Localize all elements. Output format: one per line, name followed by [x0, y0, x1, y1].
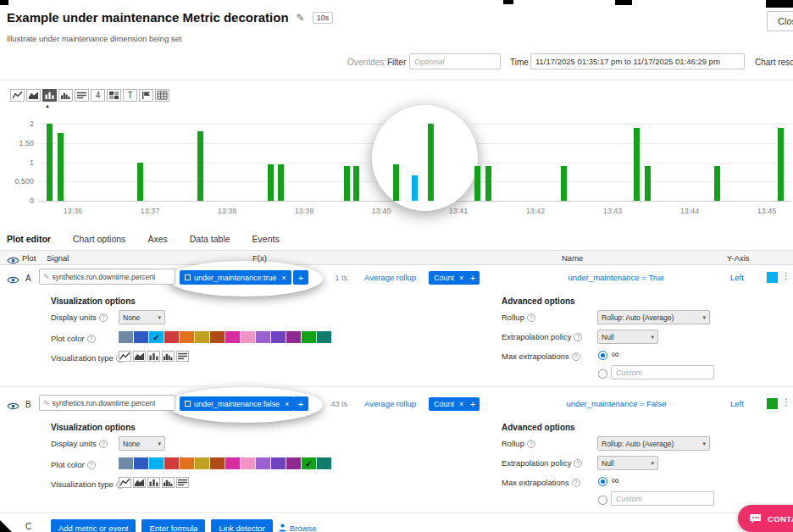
color-swatch[interactable] — [241, 457, 255, 469]
help-icon[interactable]: ? — [99, 440, 108, 448]
tab-events[interactable]: Events — [252, 234, 280, 244]
histogram-icon[interactable] — [58, 89, 73, 102]
help-icon[interactable]: ? — [572, 479, 580, 487]
text-icon[interactable]: T — [123, 89, 137, 102]
custom-extrapolations-input[interactable] — [611, 365, 714, 380]
edit-title-icon[interactable]: ✎ — [297, 12, 305, 24]
browse-link[interactable]: Browse — [279, 524, 317, 532]
plot-color-swatch[interactable] — [767, 398, 778, 409]
help-icon[interactable]: ? — [87, 461, 96, 469]
remove-fx-icon[interactable]: × — [459, 274, 463, 282]
color-swatch[interactable] — [317, 457, 331, 469]
infinity-radio[interactable] — [598, 351, 607, 360]
eye-icon[interactable] — [7, 273, 19, 288]
color-swatch[interactable] — [210, 457, 225, 469]
line-chart-icon[interactable] — [119, 351, 131, 362]
help-icon[interactable]: ? — [574, 333, 582, 341]
signal-input[interactable]: ✎ synthetics.run.downtime.percent — [39, 395, 175, 411]
color-swatch[interactable] — [241, 331, 255, 343]
color-swatch[interactable] — [134, 331, 148, 343]
help-icon[interactable]: ? — [572, 352, 580, 361]
color-swatch[interactable] — [256, 457, 270, 469]
color-swatch[interactable] — [164, 331, 179, 343]
table-icon[interactable] — [155, 89, 169, 102]
line-chart-icon[interactable] — [10, 89, 25, 102]
link-detector-button[interactable]: Link detector — [211, 519, 272, 532]
color-swatch[interactable] — [271, 331, 286, 343]
add-fx-button[interactable]: + — [466, 397, 480, 411]
heatmap-icon[interactable] — [107, 89, 121, 102]
color-swatch[interactable] — [225, 331, 240, 343]
yaxis-link[interactable]: Left — [730, 399, 744, 408]
infinity-radio[interactable] — [598, 477, 607, 486]
filter-input[interactable] — [409, 53, 501, 69]
add-fx-button[interactable]: + — [466, 271, 480, 285]
remove-fx-icon[interactable]: × — [459, 400, 463, 408]
list-icon[interactable] — [75, 89, 89, 102]
area-chart-icon[interactable] — [133, 477, 146, 488]
add-metric-button[interactable]: Add metric or event — [51, 519, 136, 532]
close-button[interactable]: Close — [767, 11, 793, 31]
color-swatch[interactable] — [302, 331, 316, 343]
color-swatch[interactable] — [180, 457, 194, 469]
help-icon[interactable]: ? — [527, 313, 535, 322]
color-swatch[interactable] — [210, 331, 225, 343]
color-swatch[interactable] — [286, 331, 301, 343]
help-icon[interactable]: ? — [87, 335, 96, 343]
display-units-dropdown[interactable]: None▾ — [119, 310, 165, 324]
contact-us-button[interactable]: CONTACT US — [738, 505, 793, 532]
plot-name-link[interactable]: under_maintenance = False — [538, 399, 695, 408]
color-swatch[interactable] — [119, 457, 133, 469]
column-chart-icon[interactable] — [147, 351, 160, 362]
yaxis-link[interactable]: Left — [730, 273, 744, 282]
plot-name-link[interactable]: under_maintenance = True — [538, 273, 695, 282]
color-swatch[interactable] — [286, 457, 301, 469]
remove-filter-icon[interactable]: × — [285, 400, 289, 408]
tab-plot-editor[interactable]: Plot editor — [7, 234, 51, 244]
rollup-link[interactable]: Average rollup — [364, 273, 416, 282]
event-feed-icon[interactable] — [139, 89, 153, 102]
histogram-icon[interactable] — [162, 477, 175, 488]
area-chart-icon[interactable] — [26, 89, 41, 102]
time-range-input[interactable] — [530, 53, 745, 69]
enter-formula-button[interactable]: Enter formula — [141, 519, 205, 532]
color-swatch[interactable] — [134, 457, 148, 469]
help-icon[interactable]: ? — [574, 459, 582, 468]
color-swatch[interactable] — [256, 331, 270, 343]
histogram-icon[interactable] — [162, 351, 175, 362]
drag-handle-icon[interactable]: ⋮ — [782, 271, 790, 280]
color-swatch[interactable] — [164, 457, 179, 469]
column-chart-icon[interactable] — [147, 477, 160, 488]
list-icon[interactable] — [176, 351, 189, 362]
color-swatch[interactable]: ✓ — [149, 331, 164, 343]
color-swatch[interactable] — [180, 331, 194, 343]
extrapolation-dropdown[interactable]: Null▾ — [597, 456, 658, 470]
filter-chip[interactable]: under_maintenance:false × — [180, 396, 294, 411]
remove-filter-icon[interactable]: × — [282, 274, 286, 282]
plot-color-swatch[interactable] — [767, 272, 778, 283]
color-swatch[interactable] — [149, 457, 164, 469]
extrapolation-dropdown[interactable]: Null▾ — [597, 330, 658, 344]
fx-chip[interactable]: Count × — [429, 397, 469, 411]
tab-axes[interactable]: Axes — [147, 234, 167, 244]
color-swatch[interactable] — [317, 331, 331, 343]
drag-handle-icon[interactable]: ⋮ — [782, 397, 790, 407]
eye-icon[interactable] — [7, 399, 19, 414]
color-swatch[interactable] — [225, 457, 240, 469]
custom-extrapolations-input[interactable] — [611, 491, 714, 506]
eye-icon[interactable] — [7, 253, 19, 269]
rollup-dropdown[interactable]: Rollup: Auto (Average)▾ — [597, 436, 710, 451]
signal-input[interactable]: ✎ synthetics.run.downtime.percent — [39, 269, 175, 285]
rollup-dropdown[interactable]: Rollup: Auto (Average)▾ — [597, 310, 710, 324]
color-swatch[interactable] — [195, 331, 209, 343]
filter-chip[interactable]: under_maintenance:true × — [180, 270, 291, 285]
fx-chip[interactable]: Count × — [429, 271, 469, 285]
color-swatch[interactable] — [119, 331, 133, 343]
color-swatch[interactable] — [271, 457, 286, 469]
add-filter-button[interactable]: + — [293, 270, 308, 285]
rollup-link[interactable]: Average rollup — [364, 399, 416, 408]
tab-data-table[interactable]: Data table — [190, 234, 230, 244]
area-chart-icon[interactable] — [133, 351, 146, 362]
help-icon[interactable]: ? — [527, 440, 535, 448]
add-filter-button[interactable]: + — [293, 396, 308, 411]
